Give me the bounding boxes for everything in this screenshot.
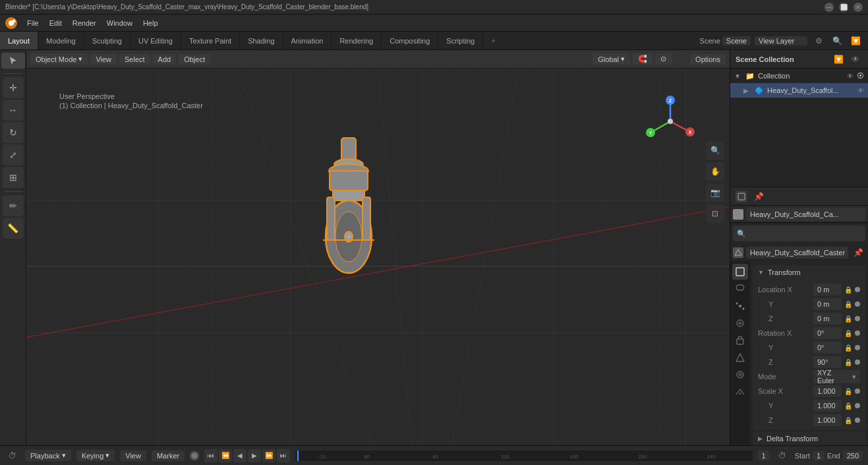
workspace-search-icon[interactable]: 🔍 (830, 34, 844, 48)
data-props-icon[interactable] (732, 350, 748, 365)
particle-props-icon[interactable] (732, 298, 748, 314)
rotate-tool-button[interactable]: ↻ (3, 122, 24, 143)
collection-render-icon[interactable]: ⦿ (856, 72, 864, 80)
cursor-tool-button[interactable]: ✛ (3, 77, 24, 98)
workspace-settings-icon[interactable]: ⚙ (811, 34, 826, 48)
marker-dropdown[interactable]: Marker (152, 450, 185, 461)
location-z-lock-icon[interactable]: 🔒 (844, 315, 852, 323)
object-expand-icon[interactable]: ▶ (743, 87, 751, 94)
view-menu[interactable]: View (90, 54, 117, 65)
rotation-x-value[interactable]: 0° (813, 327, 842, 339)
tab-sculpting[interactable]: Sculpting (84, 32, 130, 49)
keying-dropdown[interactable]: Keying▾ (76, 450, 115, 461)
scale-x-lock-icon[interactable]: 🔒 (844, 388, 852, 395)
zoom-in-button[interactable]: 🔍 (706, 141, 724, 160)
scene-dropdown[interactable]: Scene (722, 36, 751, 46)
location-y-lock-icon[interactable]: 🔒 (844, 301, 852, 308)
select-menu[interactable]: Select (119, 54, 150, 65)
rotation-z-lock-icon[interactable]: 🔒 (844, 359, 852, 366)
transform-orientation-dropdown[interactable]: Global▾ (593, 53, 630, 65)
collection-expand-icon[interactable]: ▼ (734, 73, 742, 80)
menu-render[interactable]: Render (68, 18, 101, 28)
location-z-keyframe-dot[interactable] (855, 316, 860, 321)
location-y-keyframe-dot[interactable] (855, 301, 860, 307)
view-layer-dropdown[interactable]: View Layer (755, 36, 807, 46)
rotation-x-lock-icon[interactable]: 🔒 (844, 330, 852, 337)
add-menu[interactable]: Add (153, 54, 177, 65)
menu-file[interactable]: File (22, 18, 43, 28)
tab-shading[interactable]: Shading (240, 32, 283, 49)
blender-logo[interactable] (4, 16, 18, 30)
location-z-value[interactable]: 0 m (813, 313, 842, 325)
viewport-canvas[interactable]: User Perspective (1) Collection | Heavy_… (26, 69, 730, 445)
timeline-track[interactable]: -10 40 80 120 160 200 240 (295, 450, 752, 461)
object-name-field[interactable]: Heavy_Duty_Scaffold_Ca... (746, 208, 865, 221)
minimize-button[interactable]: — (825, 3, 834, 12)
scale-tool-button[interactable]: ⤢ (3, 144, 24, 166)
end-frame-field[interactable]: 250 (843, 451, 863, 460)
view-layer-selector[interactable]: View Layer (755, 36, 807, 46)
location-x-keyframe-dot[interactable] (855, 287, 860, 292)
measure-button[interactable]: 📏 (3, 218, 24, 239)
object-menu[interactable]: Object (179, 54, 210, 65)
collection-visibility-icon[interactable]: 👁 (847, 73, 854, 80)
location-y-value[interactable]: 0 m (813, 298, 842, 310)
outliner-eye-icon[interactable]: 👁 (848, 52, 863, 67)
start-frame-field[interactable]: 1 (813, 451, 825, 460)
object-props-icon[interactable] (732, 264, 748, 280)
outliner-filter-icon[interactable]: 🔽 (831, 52, 846, 67)
tab-compositing[interactable]: Compositing (382, 32, 438, 49)
snap-toggle[interactable]: 🧲 (633, 53, 652, 65)
scale-x-dot[interactable] (855, 388, 860, 394)
outliner-row-collection[interactable]: ▼ 📁 Collection 👁 ⦿ (730, 69, 868, 83)
annotate-button[interactable]: ✏ (3, 195, 24, 216)
scale-x-value[interactable]: 1.000 (813, 385, 842, 397)
scale-y-value[interactable]: 1.000 (813, 400, 842, 412)
scene-props-icon[interactable] (732, 384, 748, 400)
viewport-3d[interactable]: Object Mode ▾ View Select Add Object Glo… (26, 50, 730, 445)
transform-tool-button[interactable]: ⊞ (3, 167, 24, 188)
rotation-z-dot[interactable] (855, 359, 860, 365)
prev-keyframe-button[interactable]: ⏪ (219, 449, 232, 462)
close-button[interactable]: ✕ (854, 3, 863, 12)
play-button[interactable]: ▶ (248, 449, 261, 462)
next-keyframe-button[interactable]: ⏩ (262, 449, 275, 462)
tab-modeling[interactable]: Modeling (38, 32, 84, 49)
transform-section-title[interactable]: ▼ Transform (753, 265, 865, 280)
rotation-y-lock-icon[interactable]: 🔒 (844, 344, 852, 352)
pin-data-icon[interactable]: 📌 (851, 245, 865, 260)
timeline-mode-icon[interactable]: ⏱ (5, 449, 20, 463)
viewport-gizmo[interactable]: Z X Y (644, 95, 697, 148)
maximize-button[interactable]: ⬜ (839, 3, 848, 12)
data-name-field[interactable]: Heavy_Duty_Scaffold_Caster (746, 247, 848, 259)
add-workspace-button[interactable]: ＋ (483, 32, 504, 49)
proportional-editing[interactable]: ⊙ (655, 53, 672, 65)
camera-button[interactable]: 📷 (706, 183, 724, 202)
cursor-tool-icon[interactable] (1, 53, 25, 69)
play-reverse-button[interactable]: ◀ (233, 449, 246, 462)
move-tool-button[interactable]: ↔ (3, 100, 24, 121)
tab-scripting[interactable]: Scripting (438, 32, 483, 49)
physics-props-icon[interactable] (732, 315, 748, 331)
object-mode-dropdown[interactable]: Object Mode ▾ (30, 53, 88, 65)
menu-window[interactable]: Window (102, 18, 137, 28)
tab-texture-paint[interactable]: Texture Paint (181, 32, 240, 49)
tab-layout[interactable]: Layout (0, 32, 38, 49)
outliner-row-object[interactable]: ▶ 🔷 Heavy_Duty_Scaffol... 👁 (730, 83, 868, 98)
scale-z-value[interactable]: 1.000 (813, 414, 842, 426)
frame-timer-icon[interactable]: ⏱ (775, 449, 790, 463)
scale-y-dot[interactable] (855, 403, 860, 408)
scene-selector[interactable]: Scene Scene (700, 36, 751, 46)
timeline-view-dropdown[interactable]: View (120, 450, 146, 461)
rotation-z-value[interactable]: 90° (813, 356, 842, 368)
constraints-props-icon[interactable] (732, 332, 748, 348)
menu-help[interactable]: Help (138, 18, 163, 28)
location-x-lock-icon[interactable]: 🔒 (844, 286, 852, 294)
menu-edit[interactable]: Edit (45, 18, 67, 28)
object-visibility-icon[interactable]: 👁 (857, 87, 864, 94)
rotation-x-dot[interactable] (855, 330, 860, 336)
tab-uv-editing[interactable]: UV Editing (130, 32, 181, 49)
delta-transform-title[interactable]: ▶ Delta Transform (753, 431, 865, 445)
location-x-value[interactable]: 0 m (813, 284, 842, 295)
scale-y-lock-icon[interactable]: 🔒 (844, 402, 852, 410)
